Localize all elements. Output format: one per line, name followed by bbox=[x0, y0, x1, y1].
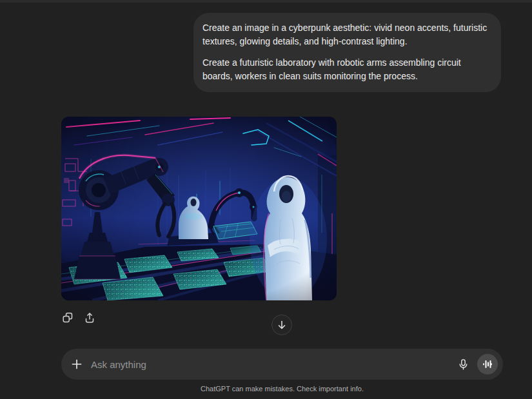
vignette bbox=[61, 117, 337, 300]
microphone-icon bbox=[457, 358, 469, 371]
voice-mode-button[interactable] bbox=[477, 354, 498, 375]
user-message-paragraph: Create a futuristic laboratory with robo… bbox=[202, 56, 491, 83]
share-icon bbox=[84, 312, 95, 324]
plus-icon bbox=[70, 358, 83, 371]
message-input[interactable] bbox=[91, 349, 453, 380]
generated-image-scene bbox=[61, 117, 337, 300]
user-message-line: Create an image in a cyberpunk aesthetic… bbox=[202, 21, 491, 35]
attach-button[interactable] bbox=[66, 354, 87, 375]
user-message-line: Create a futuristic laboratory with robo… bbox=[202, 56, 491, 70]
copy-icon bbox=[62, 312, 74, 324]
copy-button[interactable] bbox=[59, 309, 77, 327]
share-button[interactable] bbox=[81, 309, 99, 327]
window-top-strip bbox=[0, 0, 532, 3]
composer-bar bbox=[61, 349, 503, 380]
generated-image[interactable] bbox=[61, 117, 337, 300]
user-message-bubble: Create an image in a cyberpunk aesthetic… bbox=[193, 13, 501, 92]
image-action-bar bbox=[59, 309, 99, 327]
dictate-button[interactable] bbox=[453, 354, 473, 375]
user-message-line: boards, workers in clean suits monitorin… bbox=[202, 70, 491, 83]
user-message-line: textures, glowing details, and high-cont… bbox=[202, 35, 491, 48]
user-message-paragraph: Create an image in a cyberpunk aesthetic… bbox=[202, 21, 491, 48]
voice-mode-icon bbox=[482, 358, 493, 370]
scroll-to-bottom-button[interactable] bbox=[271, 315, 292, 335]
arrow-down-icon bbox=[277, 320, 287, 330]
footer-disclaimer: ChatGPT can make mistakes. Check importa… bbox=[61, 385, 503, 393]
